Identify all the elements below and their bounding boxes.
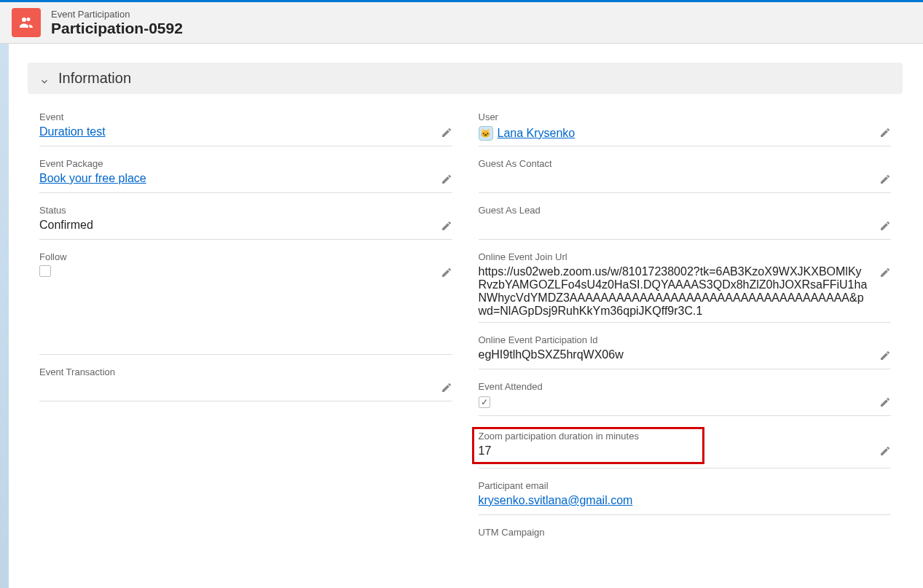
field-participant-email: Participant email krysenko.svitlana@gmai… <box>479 476 892 515</box>
field-join-url: Online Event Join Url https://us02web.zo… <box>479 247 892 323</box>
field-user: User 🐱 Lana Krysenko <box>479 107 892 146</box>
section-information-header[interactable]: Information <box>28 63 903 94</box>
edit-icon[interactable] <box>879 173 891 185</box>
field-event: Event Duration test <box>39 107 452 146</box>
left-column: Event Duration test Event Package Book y… <box>39 107 452 409</box>
attended-checkbox[interactable] <box>479 396 490 408</box>
field-label: Event Transaction <box>39 366 452 377</box>
field-label: Event Attended <box>479 381 892 392</box>
user-link[interactable]: Lana Krysenko <box>498 127 576 140</box>
field-zoom-duration: Zoom participation duration in minutes 1… <box>479 423 892 469</box>
field-participation-id: Online Event Participation Id egHI9tlhQb… <box>479 330 892 369</box>
field-label: Zoom participation duration in minutes <box>479 431 698 442</box>
field-follow: Follow <box>39 247 452 355</box>
main-panel: Information Event Duration test Event Pa… <box>20 55 910 574</box>
participant-email-link[interactable]: krysenko.svitlana@gmail.com <box>479 494 892 510</box>
guest-lead-value <box>479 219 870 235</box>
field-event-package: Event Package Book your free place <box>39 154 452 193</box>
edit-icon[interactable] <box>879 445 891 457</box>
field-label: Event <box>39 111 452 122</box>
participation-id-value: egHI9tlhQbSXZ5hrqWX06w <box>479 348 870 364</box>
chevron-down-icon <box>39 74 50 84</box>
field-label: Participant email <box>479 480 892 491</box>
people-icon <box>17 14 35 31</box>
edit-icon[interactable] <box>879 396 891 408</box>
event-transaction-value <box>39 380 431 396</box>
edit-icon[interactable] <box>441 127 452 138</box>
breadcrumb: Event Participation <box>51 9 183 20</box>
edit-icon[interactable] <box>441 267 452 278</box>
edit-icon[interactable] <box>441 173 452 185</box>
field-label: User <box>479 111 892 122</box>
field-label: Online Event Join Url <box>479 251 892 262</box>
field-event-attended: Event Attended <box>479 377 892 416</box>
event-link[interactable]: Duration test <box>39 125 431 141</box>
section-title: Information <box>58 70 131 87</box>
edit-icon[interactable] <box>441 220 452 232</box>
field-label: Event Package <box>39 158 452 169</box>
field-label: Guest As Lead <box>479 205 892 216</box>
guest-contact-value <box>479 172 870 188</box>
highlight-annotation: Zoom participation duration in minutes 1… <box>473 428 704 463</box>
field-status: Status Confirmed <box>39 200 452 240</box>
field-label: UTM Campaign <box>479 527 892 538</box>
edit-icon[interactable] <box>879 220 891 232</box>
left-side-decoration <box>0 0 9 586</box>
join-url-value: https://us02web.zoom.us/w/81017238002?tk… <box>479 265 870 318</box>
edit-icon[interactable] <box>879 267 891 278</box>
field-guest-contact: Guest As Contact <box>479 154 892 193</box>
edit-icon[interactable] <box>879 350 891 361</box>
page-header: Event Participation Participation-0592 <box>0 2 923 44</box>
right-column: User 🐱 Lana Krysenko Guest As Contact <box>479 107 892 552</box>
avatar: 🐱 <box>479 126 493 141</box>
field-utm-campaign: UTM Campaign <box>479 522 892 545</box>
field-label: Status <box>39 205 452 216</box>
status-value: Confirmed <box>39 219 431 235</box>
event-package-link[interactable]: Book your free place <box>39 172 431 188</box>
field-label: Guest As Contact <box>479 158 892 169</box>
edit-icon[interactable] <box>879 127 891 138</box>
field-event-transaction: Event Transaction <box>39 362 452 401</box>
duration-value: 17 <box>479 444 698 460</box>
page-title: Participation-0592 <box>51 20 183 37</box>
follow-checkbox[interactable] <box>39 265 51 277</box>
field-label: Follow <box>39 251 452 262</box>
edit-icon[interactable] <box>441 382 452 393</box>
entity-icon <box>12 8 41 37</box>
field-guest-lead: Guest As Lead <box>479 200 892 240</box>
field-label: Online Event Participation Id <box>479 334 892 345</box>
